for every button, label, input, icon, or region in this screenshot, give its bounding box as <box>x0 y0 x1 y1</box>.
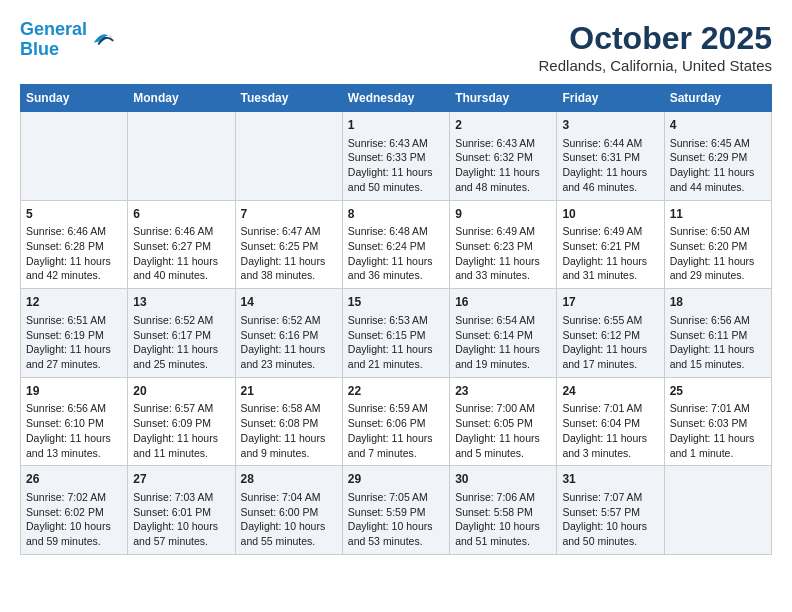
header-wednesday: Wednesday <box>342 85 449 112</box>
day-number: 9 <box>455 206 551 223</box>
week-row-5: 26Sunrise: 7:02 AMSunset: 6:02 PMDayligh… <box>21 466 772 555</box>
day-number: 24 <box>562 383 658 400</box>
calendar-cell: 24Sunrise: 7:01 AMSunset: 6:04 PMDayligh… <box>557 377 664 466</box>
day-number: 13 <box>133 294 229 311</box>
day-number: 11 <box>670 206 766 223</box>
day-info: Sunrise: 7:01 AMSunset: 6:03 PMDaylight:… <box>670 401 766 460</box>
day-number: 14 <box>241 294 337 311</box>
calendar-cell: 21Sunrise: 6:58 AMSunset: 6:08 PMDayligh… <box>235 377 342 466</box>
day-number: 5 <box>26 206 122 223</box>
calendar-cell: 31Sunrise: 7:07 AMSunset: 5:57 PMDayligh… <box>557 466 664 555</box>
calendar-cell: 7Sunrise: 6:47 AMSunset: 6:25 PMDaylight… <box>235 200 342 289</box>
day-info: Sunrise: 6:55 AMSunset: 6:12 PMDaylight:… <box>562 313 658 372</box>
day-info: Sunrise: 7:02 AMSunset: 6:02 PMDaylight:… <box>26 490 122 549</box>
day-number: 25 <box>670 383 766 400</box>
calendar-cell: 16Sunrise: 6:54 AMSunset: 6:14 PMDayligh… <box>450 289 557 378</box>
calendar-cell <box>128 112 235 201</box>
logo: General Blue <box>20 20 117 60</box>
day-number: 20 <box>133 383 229 400</box>
subtitle: Redlands, California, United States <box>539 57 772 74</box>
logo-text: General Blue <box>20 20 87 60</box>
day-info: Sunrise: 6:46 AMSunset: 6:28 PMDaylight:… <box>26 224 122 283</box>
calendar-cell: 4Sunrise: 6:45 AMSunset: 6:29 PMDaylight… <box>664 112 771 201</box>
calendar-cell: 20Sunrise: 6:57 AMSunset: 6:09 PMDayligh… <box>128 377 235 466</box>
logo-line2: Blue <box>20 39 59 59</box>
day-number: 1 <box>348 117 444 134</box>
day-number: 4 <box>670 117 766 134</box>
calendar-cell: 15Sunrise: 6:53 AMSunset: 6:15 PMDayligh… <box>342 289 449 378</box>
logo-icon <box>89 24 117 52</box>
calendar-table: SundayMondayTuesdayWednesdayThursdayFrid… <box>20 84 772 555</box>
calendar-cell: 11Sunrise: 6:50 AMSunset: 6:20 PMDayligh… <box>664 200 771 289</box>
calendar-cell: 17Sunrise: 6:55 AMSunset: 6:12 PMDayligh… <box>557 289 664 378</box>
day-number: 8 <box>348 206 444 223</box>
week-row-2: 5Sunrise: 6:46 AMSunset: 6:28 PMDaylight… <box>21 200 772 289</box>
day-info: Sunrise: 7:00 AMSunset: 6:05 PMDaylight:… <box>455 401 551 460</box>
day-info: Sunrise: 6:45 AMSunset: 6:29 PMDaylight:… <box>670 136 766 195</box>
day-info: Sunrise: 6:57 AMSunset: 6:09 PMDaylight:… <box>133 401 229 460</box>
day-info: Sunrise: 7:05 AMSunset: 5:59 PMDaylight:… <box>348 490 444 549</box>
calendar-cell: 18Sunrise: 6:56 AMSunset: 6:11 PMDayligh… <box>664 289 771 378</box>
header-friday: Friday <box>557 85 664 112</box>
header-thursday: Thursday <box>450 85 557 112</box>
calendar-header: SundayMondayTuesdayWednesdayThursdayFrid… <box>21 85 772 112</box>
day-info: Sunrise: 6:43 AMSunset: 6:33 PMDaylight:… <box>348 136 444 195</box>
calendar-cell: 5Sunrise: 6:46 AMSunset: 6:28 PMDaylight… <box>21 200 128 289</box>
calendar-cell: 14Sunrise: 6:52 AMSunset: 6:16 PMDayligh… <box>235 289 342 378</box>
week-row-1: 1Sunrise: 6:43 AMSunset: 6:33 PMDaylight… <box>21 112 772 201</box>
title-section: October 2025 Redlands, California, Unite… <box>539 20 772 74</box>
day-number: 26 <box>26 471 122 488</box>
day-number: 30 <box>455 471 551 488</box>
calendar-cell: 3Sunrise: 6:44 AMSunset: 6:31 PMDaylight… <box>557 112 664 201</box>
calendar-cell: 28Sunrise: 7:04 AMSunset: 6:00 PMDayligh… <box>235 466 342 555</box>
calendar-cell: 19Sunrise: 6:56 AMSunset: 6:10 PMDayligh… <box>21 377 128 466</box>
day-number: 12 <box>26 294 122 311</box>
day-number: 16 <box>455 294 551 311</box>
day-info: Sunrise: 6:54 AMSunset: 6:14 PMDaylight:… <box>455 313 551 372</box>
day-number: 3 <box>562 117 658 134</box>
day-number: 28 <box>241 471 337 488</box>
header-sunday: Sunday <box>21 85 128 112</box>
day-info: Sunrise: 6:56 AMSunset: 6:10 PMDaylight:… <box>26 401 122 460</box>
day-number: 27 <box>133 471 229 488</box>
day-info: Sunrise: 6:49 AMSunset: 6:23 PMDaylight:… <box>455 224 551 283</box>
calendar-cell <box>235 112 342 201</box>
day-number: 10 <box>562 206 658 223</box>
day-info: Sunrise: 7:06 AMSunset: 5:58 PMDaylight:… <box>455 490 551 549</box>
header-tuesday: Tuesday <box>235 85 342 112</box>
day-number: 29 <box>348 471 444 488</box>
day-number: 22 <box>348 383 444 400</box>
day-number: 18 <box>670 294 766 311</box>
day-info: Sunrise: 6:59 AMSunset: 6:06 PMDaylight:… <box>348 401 444 460</box>
day-number: 21 <box>241 383 337 400</box>
calendar-cell: 30Sunrise: 7:06 AMSunset: 5:58 PMDayligh… <box>450 466 557 555</box>
day-info: Sunrise: 7:07 AMSunset: 5:57 PMDaylight:… <box>562 490 658 549</box>
day-info: Sunrise: 6:47 AMSunset: 6:25 PMDaylight:… <box>241 224 337 283</box>
day-number: 7 <box>241 206 337 223</box>
day-info: Sunrise: 6:44 AMSunset: 6:31 PMDaylight:… <box>562 136 658 195</box>
header-saturday: Saturday <box>664 85 771 112</box>
calendar-body: 1Sunrise: 6:43 AMSunset: 6:33 PMDaylight… <box>21 112 772 555</box>
day-info: Sunrise: 6:58 AMSunset: 6:08 PMDaylight:… <box>241 401 337 460</box>
day-info: Sunrise: 6:46 AMSunset: 6:27 PMDaylight:… <box>133 224 229 283</box>
calendar-cell: 10Sunrise: 6:49 AMSunset: 6:21 PMDayligh… <box>557 200 664 289</box>
day-info: Sunrise: 7:01 AMSunset: 6:04 PMDaylight:… <box>562 401 658 460</box>
week-row-3: 12Sunrise: 6:51 AMSunset: 6:19 PMDayligh… <box>21 289 772 378</box>
calendar-cell: 22Sunrise: 6:59 AMSunset: 6:06 PMDayligh… <box>342 377 449 466</box>
calendar-cell: 8Sunrise: 6:48 AMSunset: 6:24 PMDaylight… <box>342 200 449 289</box>
calendar-cell: 27Sunrise: 7:03 AMSunset: 6:01 PMDayligh… <box>128 466 235 555</box>
calendar-cell: 9Sunrise: 6:49 AMSunset: 6:23 PMDaylight… <box>450 200 557 289</box>
calendar-cell: 25Sunrise: 7:01 AMSunset: 6:03 PMDayligh… <box>664 377 771 466</box>
day-number: 19 <box>26 383 122 400</box>
calendar-cell <box>21 112 128 201</box>
day-number: 23 <box>455 383 551 400</box>
calendar-cell: 23Sunrise: 7:00 AMSunset: 6:05 PMDayligh… <box>450 377 557 466</box>
day-info: Sunrise: 6:43 AMSunset: 6:32 PMDaylight:… <box>455 136 551 195</box>
calendar-cell: 1Sunrise: 6:43 AMSunset: 6:33 PMDaylight… <box>342 112 449 201</box>
week-row-4: 19Sunrise: 6:56 AMSunset: 6:10 PMDayligh… <box>21 377 772 466</box>
day-info: Sunrise: 6:48 AMSunset: 6:24 PMDaylight:… <box>348 224 444 283</box>
day-number: 6 <box>133 206 229 223</box>
calendar-cell <box>664 466 771 555</box>
day-number: 15 <box>348 294 444 311</box>
calendar-cell: 12Sunrise: 6:51 AMSunset: 6:19 PMDayligh… <box>21 289 128 378</box>
